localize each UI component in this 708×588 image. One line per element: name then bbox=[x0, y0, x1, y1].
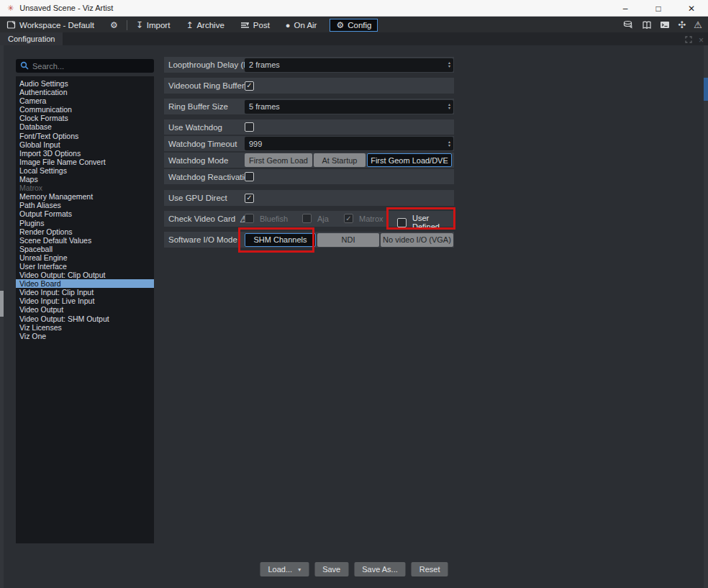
warning-icon[interactable]: ⚠ bbox=[694, 20, 702, 30]
close-button[interactable]: ✕ bbox=[675, 0, 708, 17]
setting-label: Use GPU Direct bbox=[164, 194, 245, 202]
use-gpu-direct-checkbox[interactable] bbox=[245, 194, 254, 203]
sidebar-item-global-input[interactable]: Global Input bbox=[16, 140, 154, 149]
maximize-button[interactable]: □ bbox=[642, 0, 675, 17]
post-icon bbox=[240, 21, 250, 30]
setting-row: Use GPU Direct bbox=[164, 190, 454, 206]
load-button[interactable]: Load... ▾ bbox=[260, 562, 309, 576]
reset-button[interactable]: Reset bbox=[412, 562, 448, 576]
sidebar-item-video-output-clip-output[interactable]: Video Output: Clip Output bbox=[16, 271, 154, 279]
sidebar-item-unreal-engine[interactable]: Unreal Engine bbox=[16, 253, 154, 262]
menu-item-archive[interactable]: ↥ Archive bbox=[183, 19, 227, 31]
sidebar-list: Audio SettingsAuthenticationCameraCommun… bbox=[16, 76, 154, 543]
gear-icon: ⚙ bbox=[110, 21, 118, 30]
setting-row: Software I/O Mode SHM Channels NDI No vi… bbox=[164, 232, 454, 248]
load-label: Load... bbox=[268, 565, 292, 574]
setting-row: Check Video Card ⚠ Bluefish Aja Matrox U… bbox=[164, 211, 454, 227]
sidebar-item-camera[interactable]: Camera bbox=[16, 96, 154, 105]
sidebar-item-local-settings[interactable]: Local Settings bbox=[16, 166, 154, 175]
sidebar-item-memory-management[interactable]: Memory Management bbox=[16, 192, 154, 201]
save-as-button[interactable]: Save As... bbox=[354, 562, 406, 576]
ndi-button[interactable]: NDI bbox=[317, 233, 379, 247]
console-icon[interactable] bbox=[660, 21, 670, 29]
sidebar-item-import-3d-options[interactable]: Import 3D Options bbox=[16, 149, 154, 158]
sidebar-item-user-interface[interactable]: User Interface bbox=[16, 262, 154, 271]
watchdog-mode-first-geom-load-button[interactable]: First Geom Load bbox=[245, 153, 312, 167]
fan-icon[interactable]: ✣ bbox=[678, 20, 686, 30]
left-edge-strip bbox=[0, 45, 4, 588]
sidebar-item-path-aliases[interactable]: Path Aliases bbox=[16, 201, 154, 209]
sidebar-item-scene-default-values[interactable]: Scene Default Values bbox=[16, 236, 154, 245]
menu-item-config[interactable]: ⚙ Config bbox=[330, 19, 378, 32]
close-panel-icon[interactable]: × bbox=[699, 36, 704, 45]
sidebar-item-plugins[interactable]: Plugins bbox=[16, 219, 154, 227]
sidebar-item-video-board[interactable]: Video Board bbox=[16, 279, 154, 288]
menu-item-import[interactable]: ↧ Import bbox=[133, 19, 173, 31]
right-edge-strip bbox=[704, 45, 708, 588]
search-icon bbox=[20, 60, 29, 73]
sidebar-item-communication[interactable]: Communication bbox=[16, 105, 154, 114]
settings-gear-button[interactable]: ⚙ bbox=[107, 19, 121, 31]
onair-icon: ● bbox=[286, 21, 291, 30]
library-icon[interactable] bbox=[642, 21, 652, 30]
bluefish-checkbox[interactable] bbox=[245, 214, 254, 223]
sidebar-item-render-options[interactable]: Render Options bbox=[16, 227, 154, 236]
sidebar-item-clock-formats[interactable]: Clock Formats bbox=[16, 114, 154, 122]
workspace-menu[interactable]: Workspace - Default bbox=[4, 19, 97, 31]
sidebar-item-viz-one[interactable]: Viz One bbox=[16, 332, 154, 340]
watchdog-mode-first-geom-load-dve-button[interactable]: First Geom Load/DVE bbox=[367, 153, 452, 167]
matrox-checkbox[interactable] bbox=[344, 214, 353, 223]
user-defined-option: User Defined bbox=[397, 214, 454, 231]
loopthrough-delay-spinner[interactable]: 2 frames ▴▾ bbox=[245, 58, 453, 72]
setting-label: Ring Buffer Size bbox=[164, 102, 245, 111]
expand-panel-icon[interactable] bbox=[684, 34, 693, 47]
setting-row: Watchdog Timeout 999 ▴▾ bbox=[164, 136, 454, 151]
sidebar-item-video-input-clip-input[interactable]: Video Input: Clip Input bbox=[16, 288, 154, 297]
sidebar-item-video-output[interactable]: Video Output bbox=[16, 305, 154, 314]
sidebar-item-image-file-name-convert[interactable]: Image File Name Convert bbox=[16, 158, 154, 166]
spinner-arrows[interactable]: ▴▾ bbox=[448, 61, 453, 68]
sidebar-item-video-input-live-input[interactable]: Video Input: Live Input bbox=[16, 297, 154, 305]
spinner-arrows[interactable]: ▴▾ bbox=[448, 140, 453, 148]
ring-buffer-size-spinner[interactable]: 5 frames ▴▾ bbox=[245, 100, 453, 114]
shm-channels-button[interactable]: SHM Channels bbox=[245, 233, 316, 247]
sidebar-item-matrox[interactable]: Matrox bbox=[16, 184, 154, 192]
sidebar-item-database[interactable]: Database bbox=[16, 122, 154, 131]
aja-option: Aja bbox=[302, 214, 329, 223]
save-button[interactable]: Save bbox=[314, 562, 348, 576]
sidebar-item-video-output-shm-output[interactable]: Video Output: SHM Output bbox=[16, 315, 154, 323]
left-panel-handle[interactable] bbox=[0, 291, 4, 317]
videoout-ring-buffer-checkbox[interactable] bbox=[245, 81, 254, 91]
sidebar-item-font-text-options[interactable]: Font/Text Options bbox=[16, 132, 154, 140]
use-watchdog-checkbox[interactable] bbox=[245, 122, 254, 132]
search-input[interactable]: Search... bbox=[16, 59, 154, 73]
workspace-label: Workspace - Default bbox=[19, 21, 94, 30]
menu-item-onair[interactable]: ● On Air bbox=[283, 19, 320, 31]
sidebar-item-output-formats[interactable]: Output Formats bbox=[16, 209, 154, 218]
minimize-button[interactable]: – bbox=[609, 0, 642, 17]
aja-checkbox[interactable] bbox=[302, 214, 312, 223]
watchdog-mode-at-startup-button[interactable]: At Startup bbox=[314, 153, 366, 167]
bluefish-option: Bluefish bbox=[245, 214, 288, 223]
right-panel-handle[interactable] bbox=[704, 78, 708, 101]
setting-row: Watchdog Mode First Geom Load At Startup… bbox=[164, 153, 454, 168]
setting-label: Watchdog Timeout bbox=[164, 140, 245, 148]
menu-item-post[interactable]: Post bbox=[237, 19, 273, 31]
sidebar-item-viz-licenses[interactable]: Viz Licenses bbox=[16, 323, 154, 332]
watchdog-timeout-spinner[interactable]: 999 ▴▾ bbox=[245, 137, 453, 150]
post-label: Post bbox=[253, 21, 270, 30]
watchdog-mode-group: First Geom Load At Startup First Geom Lo… bbox=[245, 153, 452, 167]
sidebar-item-audio-settings[interactable]: Audio Settings bbox=[16, 79, 154, 88]
media-assets-icon[interactable] bbox=[623, 20, 634, 30]
watchdog-reactivation-checkbox[interactable] bbox=[245, 172, 254, 181]
spinner-arrows[interactable]: ▴▾ bbox=[448, 103, 453, 110]
unsaved-asterisk-icon: ✳ bbox=[7, 4, 14, 13]
setting-row: Watchdog Reactivation bbox=[164, 169, 454, 184]
sidebar-item-spaceball[interactable]: Spaceball bbox=[16, 245, 154, 253]
setting-row: Videoout Ring Buffer bbox=[164, 78, 454, 94]
sidebar-item-maps[interactable]: Maps bbox=[16, 175, 154, 184]
user-defined-checkbox[interactable] bbox=[397, 218, 407, 227]
no-video-io-vga-button[interactable]: No video I/O (VGA) bbox=[381, 233, 453, 247]
tab-configuration[interactable]: Configuration bbox=[0, 32, 63, 45]
sidebar-item-authentication[interactable]: Authentication bbox=[16, 88, 154, 96]
